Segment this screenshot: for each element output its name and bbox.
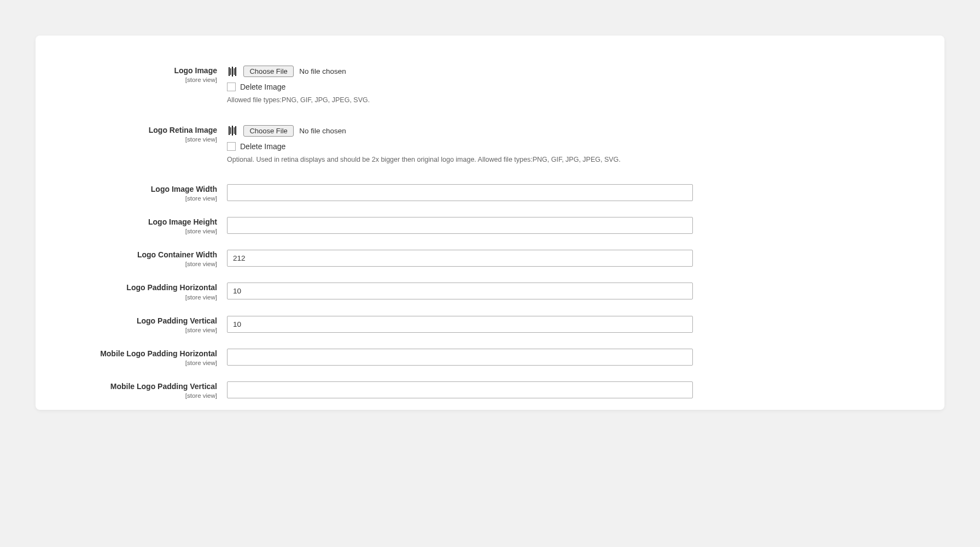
label-col: Logo Padding Horizontal [store view] xyxy=(85,283,227,301)
svg-rect-1 xyxy=(230,68,231,75)
file-status-text: No file chosen xyxy=(299,67,346,75)
logo-height-input[interactable] xyxy=(227,217,693,234)
scope-label: [store view] xyxy=(85,227,217,236)
value-col: Choose File No file chosen Delete Image … xyxy=(227,66,693,105)
label-col: Logo Padding Vertical [store view] xyxy=(85,316,227,334)
logo-width-input[interactable] xyxy=(227,184,693,201)
svg-rect-2 xyxy=(232,67,233,77)
svg-rect-4 xyxy=(235,67,236,76)
field-label: Logo Image Width xyxy=(85,184,217,194)
scope-label: [store view] xyxy=(85,195,217,203)
field-label: Logo Container Width xyxy=(85,250,217,260)
label-col: Logo Retina Image [store view] xyxy=(85,125,227,144)
svg-rect-7 xyxy=(232,126,233,136)
label-col: Logo Container Width [store view] xyxy=(85,250,227,268)
label-col: Logo Image Height [store view] xyxy=(85,217,227,236)
field-logo-image: Logo Image [store view] Choose File No f… xyxy=(85,66,895,105)
svg-rect-5 xyxy=(229,126,230,135)
value-col xyxy=(227,184,693,201)
field-label: Mobile Logo Padding Vertical xyxy=(85,381,217,391)
field-label: Logo Image xyxy=(85,66,217,75)
value-col xyxy=(227,250,693,267)
field-note: Optional. Used in retina displays and sh… xyxy=(227,155,693,165)
value-col xyxy=(227,349,693,366)
choose-file-button[interactable]: Choose File xyxy=(243,66,293,77)
delete-image-label[interactable]: Delete Image xyxy=(240,83,285,91)
field-logo-retina: Logo Retina Image [store view] Choose Fi… xyxy=(85,125,895,165)
field-label: Logo Padding Horizontal xyxy=(85,283,217,292)
value-col xyxy=(227,316,693,333)
svg-rect-6 xyxy=(230,127,231,134)
field-logo-width: Logo Image Width [store view] xyxy=(85,184,895,203)
file-status-text: No file chosen xyxy=(299,127,346,135)
scope-label: [store view] xyxy=(85,260,217,268)
field-label: Mobile Logo Padding Horizontal xyxy=(85,349,217,358)
field-mobile-pad-h: Mobile Logo Padding Horizontal [store vi… xyxy=(85,349,895,367)
pad-v-input[interactable] xyxy=(227,316,693,333)
svg-rect-0 xyxy=(229,67,230,76)
field-logo-height: Logo Image Height [store view] xyxy=(85,217,895,236)
svg-rect-3 xyxy=(234,68,235,75)
label-col: Logo Image [store view] xyxy=(85,66,227,84)
field-pad-h: Logo Padding Horizontal [store view] xyxy=(85,283,895,301)
scope-label: [store view] xyxy=(85,359,217,367)
delete-image-checkbox[interactable] xyxy=(227,83,236,91)
field-note: Allowed file types:PNG, GIF, JPG, JPEG, … xyxy=(227,96,693,105)
field-label: Logo Retina Image xyxy=(85,125,217,135)
scope-label: [store view] xyxy=(85,293,217,302)
scope-label: [store view] xyxy=(85,326,217,334)
label-col: Mobile Logo Padding Vertical [store view… xyxy=(85,381,227,400)
scope-label: [store view] xyxy=(85,76,217,84)
value-col xyxy=(227,283,693,299)
label-col: Mobile Logo Padding Horizontal [store vi… xyxy=(85,349,227,367)
value-col: Choose File No file chosen Delete Image … xyxy=(227,125,693,165)
pad-h-input[interactable] xyxy=(227,283,693,299)
delete-image-label[interactable]: Delete Image xyxy=(240,142,285,151)
field-container-width: Logo Container Width [store view] xyxy=(85,250,895,268)
logo-thumbnail-icon xyxy=(227,125,238,136)
svg-rect-9 xyxy=(235,126,236,135)
field-pad-v: Logo Padding Vertical [store view] xyxy=(85,316,895,334)
container-width-input[interactable] xyxy=(227,250,693,267)
field-label: Logo Padding Vertical xyxy=(85,316,217,326)
scope-label: [store view] xyxy=(85,136,217,144)
field-mobile-pad-v: Mobile Logo Padding Vertical [store view… xyxy=(85,381,895,400)
settings-panel: Logo Image [store view] Choose File No f… xyxy=(36,36,944,410)
mobile-pad-h-input[interactable] xyxy=(227,349,693,366)
field-label: Logo Image Height xyxy=(85,217,217,227)
svg-rect-8 xyxy=(234,127,235,134)
logo-thumbnail-icon xyxy=(227,66,238,77)
delete-image-checkbox[interactable] xyxy=(227,142,236,151)
choose-file-button[interactable]: Choose File xyxy=(243,125,293,137)
mobile-pad-v-input[interactable] xyxy=(227,381,693,398)
value-col xyxy=(227,381,693,398)
value-col xyxy=(227,217,693,234)
scope-label: [store view] xyxy=(85,392,217,400)
label-col: Logo Image Width [store view] xyxy=(85,184,227,203)
